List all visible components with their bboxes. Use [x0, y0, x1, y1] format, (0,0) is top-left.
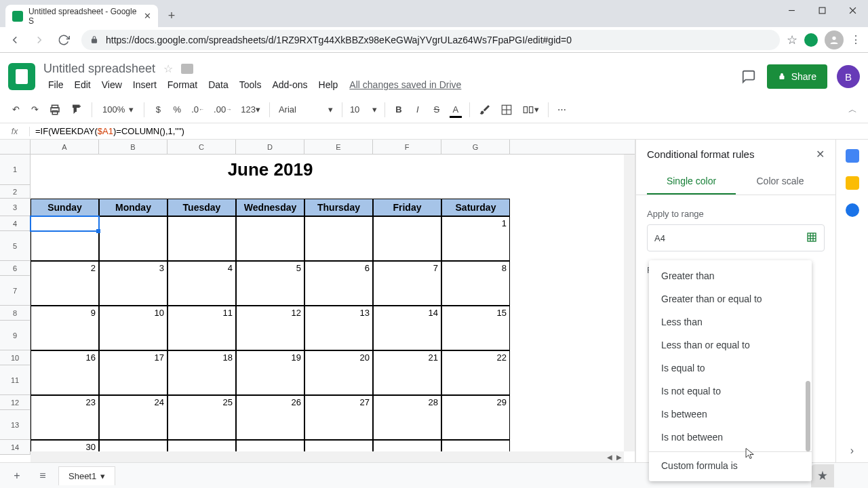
explore-button[interactable]	[811, 464, 834, 487]
calendar-body-cell[interactable]	[31, 365, 99, 395]
row-header[interactable]: 10	[0, 350, 31, 365]
vertical-scrollbar[interactable]	[624, 155, 635, 451]
calendar-body-cell[interactable]	[236, 231, 304, 261]
row-header[interactable]: 8	[0, 306, 31, 321]
rule-option[interactable]: Is not between	[649, 426, 812, 449]
rule-option[interactable]: Less than	[649, 310, 812, 333]
calendar-date-cell[interactable]	[31, 216, 99, 231]
calendar-body-cell[interactable]	[441, 410, 510, 440]
address-bar[interactable]: https://docs.google.com/spreadsheets/d/1…	[81, 30, 780, 50]
window-close[interactable]	[837, 0, 868, 20]
menu-data[interactable]: Data	[203, 77, 233, 92]
calendar-date-cell[interactable]	[236, 216, 304, 231]
calendar-date-cell[interactable]: 24	[99, 395, 167, 410]
cell[interactable]	[236, 185, 304, 199]
calendar-date-cell[interactable]: 5	[236, 261, 304, 276]
rule-option[interactable]: Greater than or equal to	[649, 287, 812, 310]
calendar-body-cell[interactable]	[99, 410, 167, 440]
menu-view[interactable]: View	[97, 77, 127, 92]
save-status[interactable]: All changes saved in Drive	[349, 79, 461, 90]
day-header[interactable]: Thursday	[304, 199, 373, 216]
collapse-toolbar-button[interactable]: ︿	[844, 100, 861, 119]
row-header[interactable]: 12	[0, 395, 31, 410]
calendar-body-cell[interactable]	[31, 231, 99, 261]
calendar-date-cell[interactable]: 4	[167, 261, 236, 276]
decrease-decimal-button[interactable]: .0←	[187, 100, 208, 119]
tab-single-color[interactable]: Single color	[647, 169, 736, 195]
col-header[interactable]: F	[373, 140, 441, 154]
cell[interactable]	[99, 185, 167, 199]
add-sheet-button[interactable]: +	[7, 466, 27, 486]
row-header[interactable]: 9	[0, 321, 31, 350]
font-size-select[interactable]: 10▾	[347, 104, 380, 115]
row-header[interactable]: 6	[0, 261, 31, 276]
calendar-body-cell[interactable]	[31, 410, 99, 440]
format-rule-dropdown[interactable]: Greater than Greater than or equal to Le…	[649, 260, 812, 481]
currency-button[interactable]: $	[149, 100, 167, 119]
calendar-body-cell[interactable]	[304, 321, 373, 350]
calendar-date-cell[interactable]: 10	[99, 306, 167, 321]
calendar-date-cell[interactable]: 18	[167, 350, 236, 365]
calendar-date-cell[interactable]: 8	[441, 261, 510, 276]
calendar-date-cell[interactable]: 17	[99, 350, 167, 365]
calendar-body-cell[interactable]	[373, 410, 441, 440]
day-header[interactable]: Friday	[373, 199, 441, 216]
formula-bar[interactable]: fx =IF(WEEKDAY($A1)=COLUMN(),1,"")	[0, 123, 868, 140]
profile-avatar[interactable]	[825, 30, 844, 49]
calendar-date-cell[interactable]: 23	[31, 395, 99, 410]
menu-edit[interactable]: Edit	[70, 77, 96, 92]
calendar-date-cell[interactable]: 6	[304, 261, 373, 276]
row-header[interactable]: 2	[0, 185, 31, 199]
menu-addons[interactable]: Add-ons	[267, 77, 312, 92]
calendar-addon-icon[interactable]	[846, 149, 859, 163]
calendar-date-cell[interactable]: 7	[373, 261, 441, 276]
calendar-body-cell[interactable]	[304, 276, 373, 306]
fill-color-button[interactable]	[475, 100, 495, 119]
select-all-corner[interactable]	[0, 140, 31, 154]
text-color-button[interactable]: A	[447, 100, 465, 119]
paint-format-button[interactable]	[66, 100, 87, 119]
col-header[interactable]: B	[99, 140, 167, 154]
panel-close-icon[interactable]: ✕	[816, 148, 825, 161]
more-tools-button[interactable]: ⋯	[553, 100, 571, 119]
calendar-date-cell[interactable]: 3	[99, 261, 167, 276]
percent-button[interactable]: %	[168, 100, 186, 119]
calendar-date-cell[interactable]: 14	[373, 306, 441, 321]
tasks-addon-icon[interactable]	[846, 203, 859, 217]
print-button[interactable]	[45, 100, 65, 119]
calendar-body-cell[interactable]	[99, 321, 167, 350]
account-avatar[interactable]: B	[837, 65, 860, 88]
select-range-icon[interactable]	[806, 232, 817, 245]
star-icon[interactable]: ☆	[163, 62, 173, 75]
rule-option-custom[interactable]: Custom formula is	[649, 451, 812, 477]
rule-option[interactable]: Less than or equal to	[649, 333, 812, 357]
calendar-date-cell[interactable]	[167, 216, 236, 231]
spreadsheet-grid[interactable]: A B C D E F G 1June 201923SundayMondayTu…	[0, 140, 635, 462]
row-header[interactable]: 1	[0, 155, 31, 185]
sheets-logo-icon[interactable]	[8, 63, 35, 90]
day-header[interactable]: Sunday	[31, 199, 99, 216]
day-header[interactable]: Monday	[99, 199, 167, 216]
zoom-select[interactable]: 100%▾	[97, 104, 139, 115]
more-formats-button[interactable]: 123▾	[237, 100, 264, 119]
calendar-body-cell[interactable]	[441, 231, 510, 261]
calendar-body-cell[interactable]	[304, 231, 373, 261]
row-header[interactable]: 7	[0, 276, 31, 306]
calendar-body-cell[interactable]	[99, 231, 167, 261]
scroll-left-icon[interactable]: ◀	[605, 452, 614, 462]
calendar-date-cell[interactable]	[304, 216, 373, 231]
calendar-date-cell[interactable]: 2	[31, 261, 99, 276]
tab-color-scale[interactable]: Color scale	[736, 169, 825, 195]
back-button[interactable]	[4, 29, 26, 51]
calendar-date-cell[interactable]: 20	[304, 350, 373, 365]
calendar-body-cell[interactable]	[441, 321, 510, 350]
cell[interactable]	[31, 185, 99, 199]
day-header[interactable]: Saturday	[441, 199, 510, 216]
calendar-body-cell[interactable]	[373, 321, 441, 350]
doc-title[interactable]: Untitled spreadsheet	[43, 62, 155, 76]
browser-tab[interactable]: Untitled spreadsheet - Google S ✕	[5, 5, 158, 27]
col-header[interactable]: G	[441, 140, 510, 154]
calendar-date-cell[interactable]: 19	[236, 350, 304, 365]
window-maximize[interactable]	[807, 0, 837, 20]
formula-content[interactable]: =IF(WEEKDAY($A1)=COLUMN(),1,"")	[30, 126, 184, 136]
